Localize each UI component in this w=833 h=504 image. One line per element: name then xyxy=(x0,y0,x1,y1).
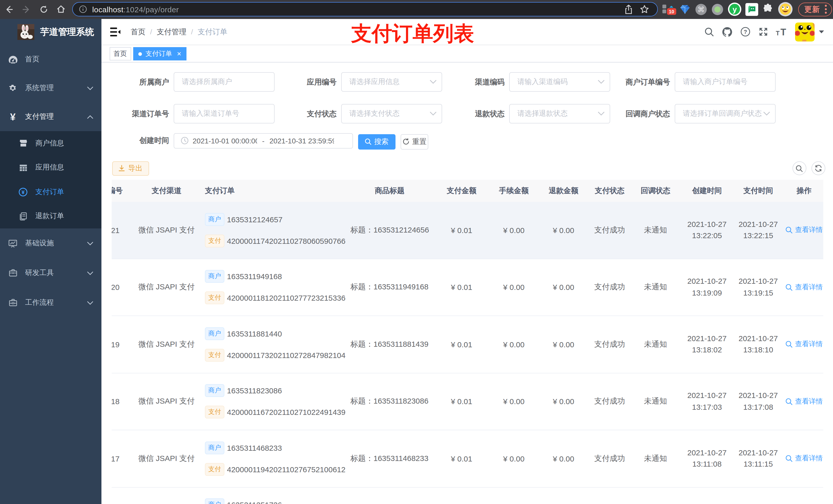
filter-notify-status-select[interactable]: 请选择订单回调商户状态 xyxy=(675,104,776,123)
chevron-down-icon xyxy=(430,112,436,116)
sidebar-item-system[interactable]: 系统管理 xyxy=(0,74,101,102)
refund-amount: ¥ 0.00 xyxy=(538,430,589,487)
extension-collections-icon[interactable]: 10 xyxy=(662,2,675,17)
browser-home-icon[interactable] xyxy=(52,0,70,19)
export-button[interactable]: 导出 xyxy=(112,161,149,175)
view-detail-link[interactable]: 查看详情 xyxy=(785,225,823,235)
order-id xyxy=(112,487,136,504)
filter-merchant-select[interactable]: 请选择所属商户 xyxy=(174,72,275,92)
tab-pay-order[interactable]: 支付订单 ✕ xyxy=(133,47,187,61)
filter-date-range[interactable]: 2021-10-01 00:00:00 - 2021-10-31 23:59:5… xyxy=(174,133,353,148)
profile-emoji-avatar[interactable] xyxy=(778,2,793,17)
table-row[interactable]: 商户 1635311351736 支付 xyxy=(112,487,823,504)
breadcrumb: 首页 / 支付管理 / 支付订单 xyxy=(130,19,228,45)
filter-channel-order-input[interactable]: 请输入渠道订单号 xyxy=(174,104,275,123)
order-id: 17 xyxy=(112,430,136,487)
table-row[interactable]: 17 微信 JSAPI 支付 商户 1635311468233 支付 42000… xyxy=(112,430,823,487)
filter-merchant-order-input[interactable]: 请输入商户订单编号 xyxy=(675,72,776,92)
share-icon[interactable] xyxy=(624,4,633,14)
pay-order-cell: 商户 1635311823086 支付 42000011672021102710… xyxy=(197,373,346,430)
fullscreen-icon[interactable] xyxy=(754,19,772,45)
filter-app-select[interactable]: 请选择应用信息 xyxy=(341,72,442,92)
table-row[interactable]: 21 微信 JSAPI 支付 商户 1635312124657 支付 42000… xyxy=(112,202,823,259)
table-row[interactable]: 19 微信 JSAPI 支付 商户 1635311881440 支付 42000… xyxy=(112,316,823,373)
header-search-icon[interactable] xyxy=(700,19,718,45)
app-logo[interactable]: 芋道管理系统 xyxy=(0,19,101,45)
magnifier-icon xyxy=(785,284,792,291)
browser-reload-icon[interactable] xyxy=(35,0,52,19)
browser-forward-icon[interactable] xyxy=(18,0,35,19)
notify-status: 未通知 xyxy=(630,202,681,258)
page-info-icon[interactable] xyxy=(79,5,87,13)
extension-command-icon[interactable]: ⌘ xyxy=(695,3,708,16)
extension-badge: 10 xyxy=(667,8,676,16)
pay-status xyxy=(589,487,630,504)
sidebar-item-refund-order[interactable]: 退款订单 xyxy=(0,204,101,229)
show-search-toggle-button[interactable] xyxy=(792,161,806,175)
tags-view: 首页 支付订单 ✕ xyxy=(101,46,833,63)
extension-gem-icon[interactable] xyxy=(679,3,691,16)
sidebar-item-merchant-info[interactable]: 商户信息 xyxy=(0,131,101,155)
github-icon[interactable] xyxy=(718,19,736,45)
chevron-down-icon xyxy=(598,80,604,84)
extension-recorder-icon[interactable] xyxy=(711,3,724,16)
filter-channel-code-select[interactable]: 请输入渠道编码 xyxy=(509,72,610,92)
bookmark-star-icon[interactable] xyxy=(640,5,649,14)
table-row[interactable]: 18 微信 JSAPI 支付 商户 1635311823086 支付 42000… xyxy=(112,373,823,430)
paid-time: 2021-10-2713:19:15 xyxy=(733,259,783,315)
magnifier-icon xyxy=(785,398,792,405)
url-bar[interactable]: localhost:1024/pay/order xyxy=(72,2,658,16)
view-detail-link[interactable]: 查看详情 xyxy=(785,397,823,406)
sidebar-item-workflow[interactable]: 工作流程 xyxy=(0,288,101,317)
reset-button-label: 重置 xyxy=(412,137,427,146)
sidebar-item-infra[interactable]: 基础设施 xyxy=(0,229,101,258)
sidebar-item-home[interactable]: 首页 xyxy=(0,45,101,74)
extension-chat-icon[interactable] xyxy=(745,3,758,16)
sidebar-collapse-icon[interactable] xyxy=(110,27,120,37)
sidebar-item-payment[interactable]: ¥ 支付管理 xyxy=(0,102,101,131)
reset-button[interactable]: 重置 xyxy=(401,134,428,149)
view-detail-link[interactable]: 查看详情 xyxy=(785,454,823,463)
sidebar-item-pay-order[interactable]: ¥ 支付订单 xyxy=(0,180,101,204)
pay-channel: 微信 JSAPI 支付 xyxy=(136,373,197,430)
date-end-input[interactable]: 2021-10-31 23:59:59 xyxy=(269,137,334,145)
fee-amount: ¥ 0.00 xyxy=(490,430,538,487)
date-start-input[interactable]: 2021-10-01 00:00:00 xyxy=(193,137,257,145)
update-button-label: 更新 xyxy=(804,5,820,14)
notify-status: 未通知 xyxy=(630,430,681,487)
refresh-table-button[interactable] xyxy=(811,161,825,175)
date-part: 2021-10-27 xyxy=(687,333,727,344)
action-cell: 查看详情 xyxy=(783,430,823,487)
filter-pay-status-select[interactable]: 请选择支付状态 xyxy=(341,104,442,123)
refresh-icon xyxy=(814,164,822,172)
pay-channel: 微信 JSAPI 支付 xyxy=(136,430,197,487)
sidebar-item-devtools[interactable]: 研发工具 xyxy=(0,258,101,288)
placeholder-text: 请选择退款状态 xyxy=(518,109,598,118)
help-icon[interactable]: ? xyxy=(736,19,754,45)
browser-back-icon[interactable] xyxy=(0,0,18,19)
refund-amount: ¥ 0.00 xyxy=(538,202,589,258)
notify-status: 未通知 xyxy=(630,316,681,373)
placeholder-text: 请选择所属商户 xyxy=(182,77,274,87)
font-size-icon[interactable]: TT xyxy=(772,19,790,45)
download-icon xyxy=(119,165,125,172)
column-header-channel: 支付渠道 xyxy=(136,180,197,202)
extensions-puzzle-icon[interactable] xyxy=(762,3,774,16)
tab-close-icon[interactable]: ✕ xyxy=(177,51,181,56)
extension-y-icon[interactable]: y xyxy=(728,2,742,17)
pay-amount: ¥ 0.01 xyxy=(433,373,490,430)
sidebar-item-app-info[interactable]: 应用信息 xyxy=(0,155,101,180)
view-detail-link[interactable]: 查看详情 xyxy=(785,283,823,292)
user-avatar[interactable] xyxy=(795,23,833,42)
breadcrumb-home[interactable]: 首页 xyxy=(130,27,145,37)
column-header-notify: 回调状态 xyxy=(630,180,681,202)
search-button[interactable]: 搜索 xyxy=(358,134,395,149)
tab-home[interactable]: 首页 xyxy=(110,47,131,61)
view-detail-link[interactable]: 查看详情 xyxy=(785,340,823,349)
chevron-down-icon xyxy=(763,112,770,116)
table-row[interactable]: 20 微信 JSAPI 支付 商户 1635311949168 支付 42000… xyxy=(112,259,823,316)
filter-refund-status-select[interactable]: 请选择退款状态 xyxy=(509,104,610,123)
pay-channel: 微信 JSAPI 支付 xyxy=(136,316,197,373)
browser-update-button[interactable]: 更新 xyxy=(798,3,832,16)
fee-amount: ¥ 0.00 xyxy=(490,259,538,315)
